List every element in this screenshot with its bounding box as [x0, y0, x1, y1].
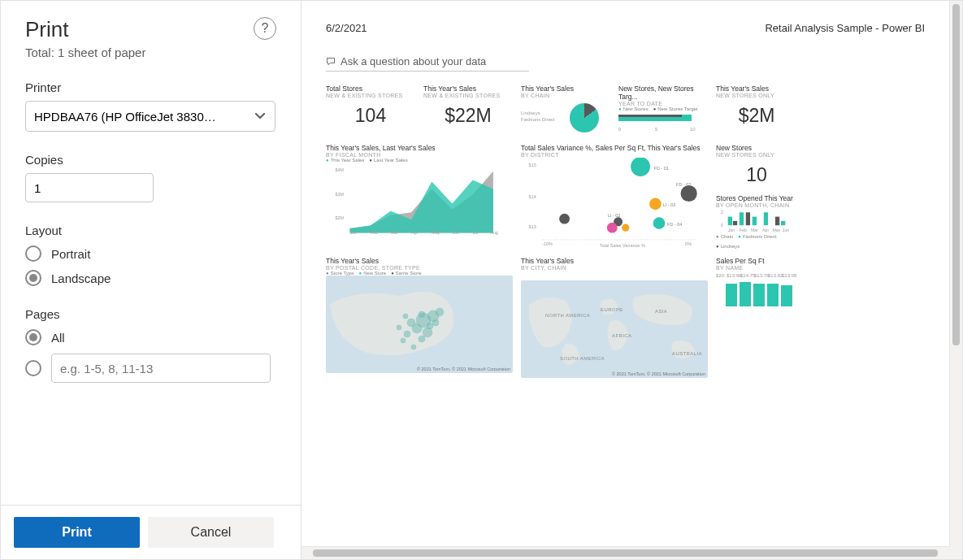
- tile-value: 10: [716, 164, 797, 186]
- svg-text:Mar: Mar: [751, 228, 758, 232]
- svg-point-59: [419, 336, 425, 342]
- svg-rect-42: [753, 217, 757, 226]
- svg-point-62: [397, 325, 401, 330]
- svg-text:0: 0: [618, 127, 622, 132]
- tile-subtitle: BY DISTRICT: [521, 152, 708, 158]
- map-world: NORTH AMERICA EUROPE ASIA AFRICA SOUTH A…: [521, 280, 708, 378]
- page-title: Print: [25, 17, 145, 42]
- copies-input[interactable]: [25, 173, 154, 202]
- svg-text:AUSTRALIA: AUSTRALIA: [672, 351, 702, 356]
- radio-icon: [25, 270, 41, 286]
- pages-custom-input[interactable]: [51, 354, 271, 383]
- tile-subtitle: NEW STORES ONLY: [716, 152, 797, 158]
- svg-point-57: [436, 308, 444, 316]
- cancel-button[interactable]: Cancel: [148, 517, 274, 548]
- svg-text:EUROPE: EUROPE: [601, 307, 623, 312]
- map-attribution: © 2021 TomTom, © 2021 Microsoft Corporat…: [417, 367, 510, 371]
- printer-select[interactable]: HPDBAA76 (HP OfficeJet 3830…: [25, 101, 275, 132]
- tile-title: This Year's Sales: [521, 85, 610, 93]
- tile-title: This Year's Sales, Last Year's Sales: [326, 144, 513, 152]
- svg-text:$13: $13: [529, 224, 536, 229]
- svg-text:Jul: Jul: [473, 230, 479, 235]
- horizontal-scrollbar[interactable]: [301, 546, 949, 559]
- svg-rect-81: [753, 284, 765, 306]
- tile-title: Stores Opened This Year: [716, 194, 797, 202]
- svg-point-61: [411, 345, 416, 349]
- area-chart: $4M $3M $2M JanFebMar AprMayJun JulAug: [326, 163, 513, 237]
- svg-text:FD - 02: FD - 02: [676, 182, 691, 187]
- bar-chart: $20 $13.96$14.75 $13.76$13.82 $13.08: [716, 271, 797, 316]
- radio-icon: [25, 245, 41, 262]
- tile-this-year-new: This Year's Sales NEW STORES ONLY $2M: [716, 85, 797, 136]
- svg-rect-80: [740, 282, 751, 306]
- help-button[interactable]: ?: [254, 17, 276, 40]
- tile-sales-city: This Year's Sales BY CITY, CHAIN NORTH A…: [521, 257, 708, 378]
- svg-text:$13.08: $13.08: [782, 273, 797, 278]
- preview-page: 6/2/2021 Retail Analysis Sample - Power …: [301, 1, 949, 546]
- svg-text:Jun: Jun: [783, 228, 790, 232]
- svg-text:Mar: Mar: [391, 230, 398, 235]
- tile-subtitle: NEW & EXISTING STORES: [326, 93, 415, 98]
- bubble-chart: $15 $14 $13 -10% 0% Total Sales Variance…: [521, 158, 708, 247]
- qna-placeholder: Ask a question about your data: [341, 55, 486, 67]
- sheet-count: Total: 1 sheet of paper: [25, 46, 145, 59]
- svg-text:10: 10: [690, 127, 696, 132]
- tile-title: This Year's Sales: [716, 85, 797, 93]
- print-button[interactable]: Print: [14, 517, 140, 548]
- svg-text:Total Sales Variance %: Total Sales Variance %: [600, 243, 645, 247]
- svg-text:Apr: Apr: [762, 228, 769, 232]
- qna-input[interactable]: Ask a question about your data: [326, 52, 529, 72]
- svg-text:Jun: Jun: [453, 230, 460, 235]
- svg-point-23: [631, 158, 650, 176]
- pages-section: Pages All: [25, 307, 276, 383]
- svg-text:AFRICA: AFRICA: [612, 333, 631, 338]
- svg-rect-82: [767, 284, 779, 306]
- svg-point-66: [403, 314, 408, 319]
- tile-new-stores-count: New Stores NEW STORES ONLY 10: [716, 144, 797, 186]
- tile-sales-by-chain: This Year's Sales BY CHAIN Lindseys Fash…: [521, 85, 610, 136]
- panel-body[interactable]: Printer HPDBAA76 (HP OfficeJet 3830… Cop…: [1, 67, 301, 505]
- panel-footer: Print Cancel: [1, 505, 301, 559]
- tile-subtitle: NEW & EXISTING STORES: [423, 93, 513, 98]
- svg-point-33: [607, 223, 618, 233]
- printer-section: Printer HPDBAA76 (HP OfficeJet 3830…: [25, 80, 276, 132]
- vertical-scrollbar[interactable]: [949, 1, 962, 546]
- svg-text:FD - 04: FD - 04: [667, 222, 682, 227]
- tile-sales-by-month: This Year's Sales, Last Year's Sales BY …: [326, 144, 513, 249]
- tile-sales-sqft: Sales Per Sq Ft BY NAME $20 $13.96$14.75…: [716, 257, 797, 378]
- svg-rect-79: [726, 284, 737, 306]
- layout-portrait-option[interactable]: Portrait: [25, 245, 276, 262]
- pages-all-option[interactable]: All: [25, 329, 276, 345]
- svg-rect-83: [781, 285, 792, 306]
- tile-subtitle: BY CITY, CHAIN: [521, 265, 708, 271]
- svg-text:FD - 01: FD - 01: [654, 166, 669, 171]
- tile-subtitle: BY FISCAL MONTH: [326, 152, 513, 158]
- tile-title: New Stores: [716, 144, 797, 152]
- svg-text:$3M: $3M: [336, 192, 345, 197]
- layout-portrait-label: Portrait: [51, 247, 90, 261]
- layout-section: Layout Portrait Landscape: [25, 224, 276, 286]
- pie-chart: [570, 103, 599, 132]
- map-us: © 2021 TomTom, © 2021 Microsoft Corporat…: [326, 276, 513, 373]
- copies-label: Copies: [25, 153, 276, 167]
- svg-text:Feb: Feb: [740, 228, 747, 232]
- svg-rect-1: [618, 115, 682, 117]
- layout-landscape-option[interactable]: Landscape: [25, 270, 276, 286]
- svg-rect-39: [733, 221, 737, 225]
- svg-rect-41: [746, 212, 750, 225]
- tile-value: 104: [326, 105, 415, 127]
- tile-title: This Year's Sales: [521, 257, 708, 265]
- scroll-corner: [949, 546, 962, 559]
- tile-subtitle: BY NAME: [716, 265, 797, 271]
- tile-new-stores-target: New Stores, New Stores Targ... YEAR TO D…: [618, 85, 708, 136]
- svg-point-35: [559, 214, 570, 224]
- svg-point-27: [649, 198, 662, 211]
- pages-label: Pages: [25, 307, 276, 321]
- pages-custom-option[interactable]: [25, 354, 276, 383]
- preview-header: 6/2/2021 Retail Analysis Sample - Power …: [326, 22, 925, 34]
- chat-icon: [326, 57, 336, 67]
- svg-text:$14: $14: [529, 194, 536, 199]
- svg-point-29: [653, 217, 666, 229]
- svg-text:$2M: $2M: [336, 215, 345, 220]
- svg-text:$15: $15: [529, 163, 536, 167]
